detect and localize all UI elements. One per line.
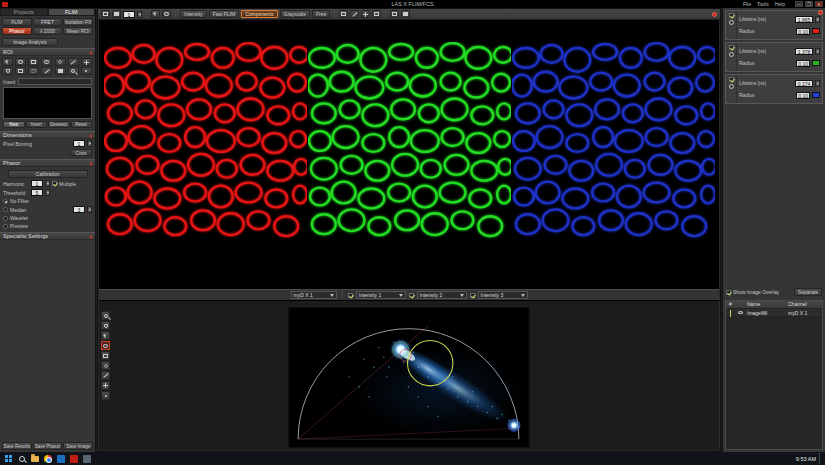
threshold-stepper[interactable]: [45, 189, 50, 196]
cursor2-lifetime-value[interactable]: 1.378: [795, 48, 813, 55]
cursor3-lifetime-value[interactable]: 0.174: [795, 80, 813, 87]
filter-preview-radio[interactable]: [3, 224, 8, 229]
tab-projects[interactable]: Projects: [0, 8, 48, 16]
eye-icon[interactable]: [738, 311, 743, 314]
red-channel-image[interactable]: [104, 42, 307, 245]
app-blue-icon[interactable]: [56, 454, 65, 463]
cursor2-lifetime-stepper[interactable]: [815, 48, 820, 55]
fast-flim-view-button[interactable]: Fast FLIM: [209, 10, 240, 18]
free-view-button[interactable]: Free: [312, 10, 330, 18]
single-layout-icon[interactable]: [401, 10, 410, 18]
cursor2-radius-value[interactable]: 0.10: [796, 60, 810, 67]
ellipse-select-tool[interactable]: [28, 67, 39, 75]
intensity3-dropdown[interactable]: Intensity 3: [478, 291, 528, 299]
colormap-icon[interactable]: [372, 10, 381, 18]
save-icon[interactable]: [112, 10, 121, 18]
cursor2-color-swatch[interactable]: [812, 60, 820, 66]
calibration-button[interactable]: Calibration: [8, 170, 88, 178]
show-image-overlay-checkbox[interactable]: [726, 290, 731, 295]
file-explorer-icon[interactable]: [30, 454, 39, 463]
roi-section-header[interactable]: ROI: [0, 48, 95, 56]
components-view-button[interactable]: Components: [241, 10, 277, 18]
tab-isolation-fx[interactable]: Isolation FX: [63, 18, 93, 26]
median-stepper[interactable]: [87, 206, 92, 213]
cursor3-radius-value[interactable]: 0.10: [796, 92, 810, 99]
green-channel-image[interactable]: [308, 42, 511, 245]
tab-mean-roi[interactable]: Mean ROI: [63, 27, 93, 35]
line-roi-tool[interactable]: [68, 58, 79, 66]
snapshot-icon[interactable]: [162, 10, 171, 18]
cursor1-lifetime-stepper[interactable]: [815, 16, 820, 23]
menu-tools[interactable]: Tools: [757, 1, 769, 7]
polygon-roi-tool[interactable]: [55, 58, 66, 66]
app-gray-icon[interactable]: [82, 454, 91, 463]
tab-fret[interactable]: FRET: [33, 18, 63, 26]
rectangle-roi-tool[interactable]: [28, 58, 39, 66]
scalebar-icon[interactable]: [350, 10, 359, 18]
save-phasor-button[interactable]: Save Phasor: [33, 442, 63, 450]
minimize-button[interactable]: —: [795, 1, 803, 7]
tab-flim[interactable]: FLIM: [48, 8, 96, 16]
filter-median-radio[interactable]: [3, 207, 8, 212]
pixel-binning-stepper[interactable]: [87, 140, 92, 147]
roi-new-button[interactable]: New: [3, 121, 25, 128]
phasor-zoom-tool[interactable]: [101, 311, 110, 320]
roi-list[interactable]: [3, 87, 92, 119]
grayscale-view-button[interactable]: Grayscale: [280, 10, 311, 18]
intensity2-dropdown[interactable]: Intensity 2: [417, 291, 467, 299]
dimensions-section-header[interactable]: Dimensions: [0, 131, 95, 139]
harmonic-stepper[interactable]: [45, 180, 50, 187]
save-results-button[interactable]: Save Results: [2, 442, 32, 450]
roi-reset-button[interactable]: Reset: [71, 121, 93, 128]
tile-layout-icon[interactable]: [390, 10, 399, 18]
tab-lambda-2000[interactable]: λ 2000: [33, 27, 63, 35]
filter-no-filter-radio[interactable]: [3, 199, 8, 204]
search-icon[interactable]: [17, 454, 26, 463]
cursor3-checkbox[interactable]: [729, 77, 734, 82]
overlay-icon[interactable]: [339, 10, 348, 18]
tab-flim-mode[interactable]: FLIM: [2, 18, 32, 26]
start-button-icon[interactable]: [4, 454, 13, 463]
intensity1-dropdown[interactable]: Intensity 1: [356, 291, 406, 299]
harmonic-value[interactable]: 1: [31, 180, 43, 187]
roi-invert-button[interactable]: Invert: [26, 121, 48, 128]
phasor-line-tool[interactable]: [101, 371, 110, 380]
pixel-binning-value[interactable]: 1: [73, 140, 85, 147]
maximize-button[interactable]: ❐: [805, 1, 813, 7]
cursor1-color-swatch[interactable]: [812, 28, 820, 34]
close-button[interactable]: ✕: [815, 1, 823, 7]
image-analysis-button[interactable]: Image Analysis: [2, 38, 58, 46]
lasso-tool[interactable]: [15, 58, 26, 66]
separate-button[interactable]: Separate: [794, 288, 822, 296]
ellipse-roi-tool[interactable]: [41, 58, 52, 66]
phasor-rect-tool[interactable]: [101, 351, 110, 360]
cursor2-checkbox[interactable]: [729, 45, 734, 50]
chrome-icon[interactable]: [43, 454, 52, 463]
menu-file[interactable]: File: [743, 1, 751, 7]
intensity3-checkbox[interactable]: [470, 293, 475, 298]
help-icon[interactable]: [818, 10, 823, 15]
phasor-reset-tool[interactable]: [101, 391, 110, 400]
median-value[interactable]: 3: [73, 206, 85, 213]
threshold-value[interactable]: 5: [31, 189, 43, 196]
crop-button[interactable]: Crop: [70, 149, 92, 156]
dot-roi-tool[interactable]: [81, 67, 92, 75]
zoom-roi-tool[interactable]: [68, 67, 79, 75]
pointer-tool[interactable]: [2, 58, 13, 66]
multiple-checkbox[interactable]: [52, 181, 57, 186]
intensity2-checkbox[interactable]: [409, 293, 414, 298]
wand-tool[interactable]: [41, 67, 52, 75]
menu-help[interactable]: Help: [775, 1, 785, 7]
help-icon[interactable]: [712, 12, 717, 17]
taskbar-clock[interactable]: 9:53 AM: [796, 456, 816, 462]
eraser-tool[interactable]: [55, 67, 66, 75]
move-roi-tool[interactable]: [2, 67, 13, 75]
cursor3-color-swatch[interactable]: [812, 92, 820, 98]
phasor-plot[interactable]: [289, 307, 530, 448]
tab-phasor[interactable]: Phasor: [2, 27, 32, 35]
filter-wavelet-radio[interactable]: [3, 216, 8, 221]
phasor-polygon-tool[interactable]: [101, 361, 110, 370]
cursor1-checkbox[interactable]: [729, 13, 734, 18]
phasor-cursor-tool[interactable]: [101, 341, 110, 350]
point-roi-tool[interactable]: [81, 58, 92, 66]
